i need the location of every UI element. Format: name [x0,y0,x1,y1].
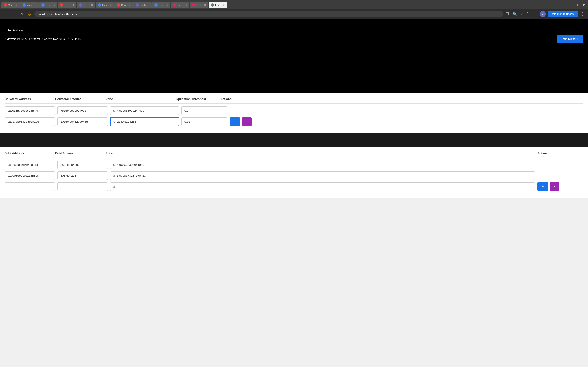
collateral-amount-header: Collateral Amount [55,97,106,101]
debt-address-header: Debt Address [5,151,55,155]
tab-label-7: Buch [140,4,146,6]
back-button[interactable]: ← [2,11,9,17]
collateral-amount-input-1[interactable] [57,106,108,115]
browser-tab-2[interactable]: BigC× [39,2,57,8]
address-label: Enter Address [5,28,583,32]
browser-tab-0[interactable]: Clou× [1,2,20,8]
debt-address-input-1[interactable] [5,161,55,169]
remove-collateral-button[interactable]: - [242,117,251,126]
collateral-price-input-2[interactable] [117,118,176,126]
browser-tab-6[interactable]: Goo× [114,2,133,8]
collateral-address-input-1[interactable] [5,106,55,115]
collateral-threshold-header: Liquidation Threshold [174,97,221,101]
browser-chrome: Clou×Welc×BigC×Goo×Buch×Crea×Goo×Buch×Bi… [0,0,588,19]
security-button[interactable]: 🔒 [26,11,33,17]
address-input-row: SEARCH [5,35,583,43]
tab-label-6: Goo [121,4,126,6]
browser-tab-5[interactable]: Crea× [95,2,114,8]
tab-close-8[interactable]: × [166,3,168,7]
tab-favicon-5 [98,3,101,7]
tab-close-7[interactable]: × [148,3,149,7]
tab-bar: Clou×Welc×BigC×Goo×Buch×Crea×Goo×Buch×Bi… [0,0,588,9]
collateral-address-input-2[interactable] [5,117,55,126]
table-row: $ + - [5,182,583,191]
tab-close-1[interactable]: × [35,3,36,7]
price-symbol-2: $ [113,120,115,123]
debt-price-input-2[interactable] [117,172,532,180]
collateral-amount-input-2[interactable] [57,117,108,126]
tab-favicon-0 [4,3,7,7]
tab-close-3[interactable]: × [72,3,74,7]
tab-close-10[interactable]: × [204,3,206,7]
forward-button[interactable]: → [10,11,17,17]
price-wrapper-2: $ [110,117,179,126]
bookmark-icon[interactable]: ☆ [519,11,525,17]
debt-amount-input-1[interactable] [57,161,108,169]
browser-tab-1[interactable]: Welc× [20,2,39,8]
collateral-address-header: Collateral Address [5,97,55,101]
menu-button[interactable]: ⋮ [580,10,586,17]
tab-favicon-9 [173,3,176,7]
reload-button[interactable]: ↻ [19,11,25,17]
tab-close-2[interactable]: × [53,3,55,7]
desktop-icon[interactable]: 🗍 [505,11,510,17]
tab-close-0[interactable]: × [16,3,17,7]
tab-overflow-button[interactable]: ▼ [581,3,587,7]
collateral-actions-2: + - [230,117,583,126]
new-tab-button[interactable]: + [575,3,581,8]
price-symbol-1: $ [113,109,115,112]
tab-close-6[interactable]: × [129,3,130,7]
search-button[interactable]: SEARCH [557,35,583,43]
address-input[interactable] [35,11,503,17]
collateral-threshold-input-1[interactable] [182,106,227,115]
tab-favicon-4 [79,3,82,7]
debt-price-wrapper-3: $ [110,182,535,191]
add-collateral-button[interactable]: + [230,117,240,126]
tab-favicon-3 [60,3,63,7]
browser-tab-4[interactable]: Buch× [77,2,95,8]
remove-debt-button[interactable]: - [550,182,559,191]
tab-close-9[interactable]: × [185,3,187,7]
tab-favicon-8 [154,3,157,7]
shield-icon[interactable]: 🛡 [526,11,531,17]
tab-close-11[interactable]: × [223,3,225,7]
relaunch-button[interactable]: Relaunch to update [548,11,578,17]
debt-price-wrapper-2: $ [110,171,535,180]
collateral-threshold-input-2[interactable] [182,117,227,126]
debt-amount-input-2[interactable] [57,171,108,180]
add-debt-button[interactable]: + [537,182,548,191]
tab-favicon-10 [192,3,195,7]
tab-favicon-1 [23,3,26,7]
debt-price-wrapper-1: $ [110,161,535,169]
debt-address-input-2[interactable] [5,171,55,180]
browser-tab-3[interactable]: Goo× [58,2,76,8]
debt-price-symbol-2: $ [113,174,115,177]
table-row: $ [5,106,583,115]
tab-label-8: BigC [159,4,164,6]
debt-address-input-3[interactable] [5,182,55,191]
debt-table-header: Debt Address Debt Amount Price Actions [5,151,583,158]
collateral-table-header: Collateral Address Collateral Amount Pri… [5,97,583,104]
tab-label-1: Welc [27,4,32,6]
reader-mode-icon[interactable]: ☰ [533,11,538,17]
page-header-section: Enter Address SEARCH [0,19,588,93]
tab-close-4[interactable]: × [91,3,93,7]
table-row: $ [5,161,583,169]
collateral-actions-header: Actions [221,97,583,101]
browser-tab-9[interactable]: DeB× [171,2,189,8]
debt-price-input-1[interactable] [117,161,532,169]
debt-amount-input-3[interactable] [57,182,108,191]
address-bar-row: ← → ↻ 🔒 🗍 🔍 ☆ 🛡 ☰ n Relaunch to update ⋮ [0,9,588,19]
profile-icon[interactable]: n [540,11,546,17]
wallet-address-input[interactable] [5,36,555,42]
browser-tab-11[interactable]: FinS× [208,2,227,8]
browser-tab-7[interactable]: Buch× [133,2,152,8]
debt-amount-header: Debt Amount [55,151,106,155]
tab-close-5[interactable]: × [110,3,112,7]
collateral-price-input-1[interactable] [117,107,176,115]
collateral-price-header: Price [106,97,174,101]
zoom-icon[interactable]: 🔍 [512,11,518,17]
debt-price-input-3[interactable] [117,183,532,191]
browser-tab-10[interactable]: Port× [190,2,208,8]
browser-tab-8[interactable]: BigC× [152,2,170,8]
